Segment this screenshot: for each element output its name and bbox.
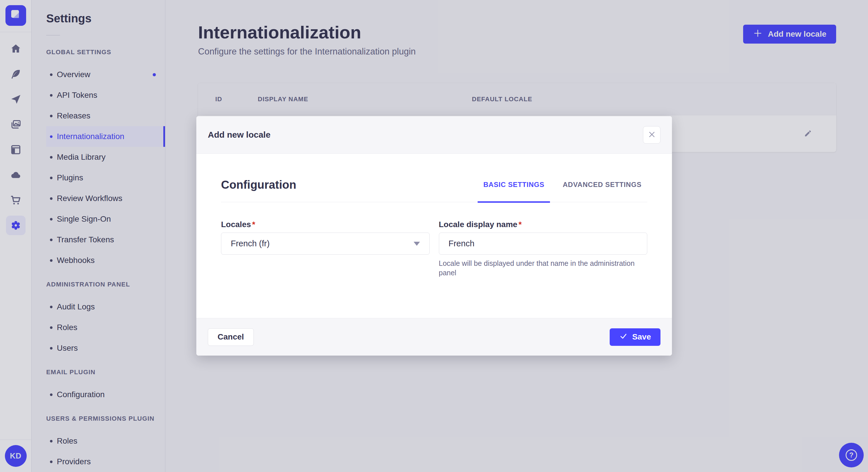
required-asterisk: * — [252, 220, 255, 229]
close-icon — [648, 131, 656, 139]
locales-field-group: Locales* French (fr) — [221, 220, 430, 277]
add-locale-modal: Add new locale Configuration BASIC SETTI… — [196, 116, 672, 356]
close-button[interactable] — [643, 126, 660, 144]
display-name-input[interactable] — [439, 233, 648, 255]
modal-header: Add new locale — [196, 116, 672, 154]
cancel-button[interactable]: Cancel — [208, 328, 254, 346]
check-icon — [619, 332, 628, 342]
display-name-hint: Locale will be displayed under that name… — [439, 259, 647, 277]
modal-body: Configuration BASIC SETTINGS ADVANCED SE… — [196, 154, 672, 318]
tab-advanced-settings[interactable]: ADVANCED SETTINGS — [557, 181, 647, 189]
locales-select-value: French (fr) — [231, 239, 270, 248]
chevron-down-icon — [414, 242, 420, 246]
settings-tabs: BASIC SETTINGS ADVANCED SETTINGS — [477, 181, 647, 189]
display-name-field-group: Locale display name* Locale will be disp… — [439, 220, 648, 277]
tab-basic-settings[interactable]: BASIC SETTINGS — [477, 181, 550, 189]
locales-label: Locales* — [221, 220, 430, 229]
locales-select[interactable]: French (fr) — [221, 233, 430, 255]
required-asterisk: * — [518, 220, 522, 229]
display-name-label: Locale display name* — [439, 220, 648, 229]
save-button[interactable]: Save — [610, 328, 660, 346]
locale-form: Locales* French (fr) Locale display name… — [221, 202, 647, 277]
strapi-admin-app: KD Settings GLOBAL SETTINGS Overview API… — [0, 0, 868, 472]
configuration-header: Configuration BASIC SETTINGS ADVANCED SE… — [221, 154, 647, 202]
modal-footer: Cancel Save — [196, 318, 672, 356]
modal-title: Add new locale — [208, 130, 270, 140]
configuration-title: Configuration — [221, 178, 296, 192]
